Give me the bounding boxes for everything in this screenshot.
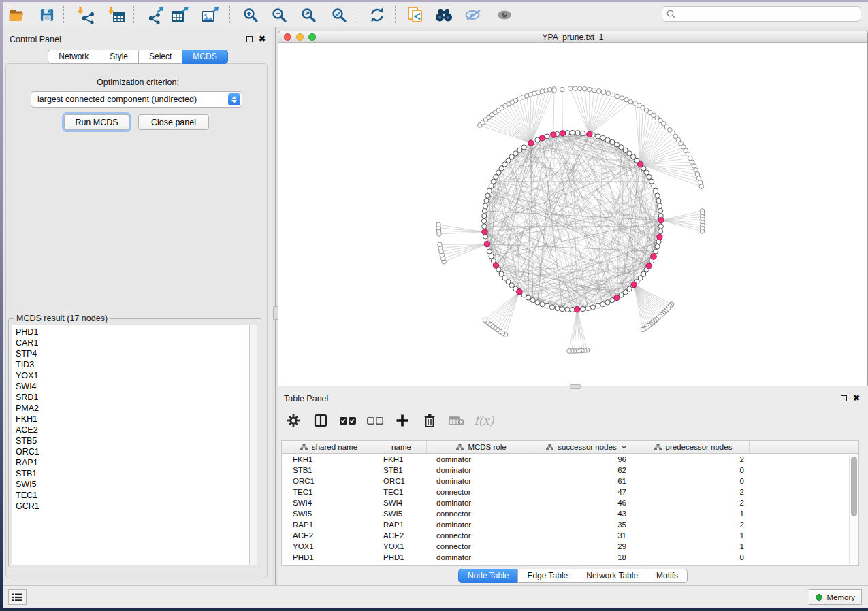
zoom-out-icon[interactable] [269,5,289,24]
add-column-icon[interactable] [393,414,411,427]
column-header-successor-nodes[interactable]: successor nodes [536,441,637,453]
table-cell: PHD1 [282,552,376,563]
table-row[interactable]: YOX1YOX1connector291 [282,541,858,552]
zoom-fit-icon[interactable] [298,5,319,24]
table-row[interactable]: TEC1TEC1connector472 [282,486,858,497]
table-cell: STB1 [376,465,427,476]
control-panel-title: Control Panel [10,35,61,44]
mcds-result-list[interactable]: PHD1CAR1STP4TID3YOX1SWI4SRD1PMA2FKH1ACE2… [12,325,249,565]
zoom-in-icon[interactable] [240,5,261,24]
column-header-shared-name[interactable]: shared name [282,441,376,453]
table-cell: dominator [427,476,536,486]
table-row[interactable]: ORC1ORC1dominator610 [282,476,858,486]
close-panel-icon[interactable]: ✖ [259,34,266,44]
mcds-result-node[interactable]: STP4 [16,348,249,359]
run-mcds-button[interactable]: Run MCDS [64,114,129,130]
column-header-name[interactable]: name [376,441,427,453]
column-header-predecessor-nodes[interactable]: predecessor nodes [637,441,750,453]
mcds-result-node[interactable]: SRD1 [16,392,249,403]
table-cell: PHD1 [376,552,427,563]
result-list-scrollbar[interactable] [249,325,257,565]
mcds-result-node[interactable]: TEC1 [16,490,249,501]
select-all-rows-icon[interactable] [339,416,357,425]
refresh-view-icon[interactable] [367,5,387,24]
desktop-background: Control Panel ✖ NetworkStyleSelectMCDS O… [0,0,868,611]
table-row[interactable]: SWI5SWI5connector431 [282,508,858,519]
memory-button[interactable]: Memory [809,589,862,605]
table-settings-icon[interactable] [285,414,302,427]
table-row[interactable]: PHD1PHD1dominator180 [282,552,858,563]
mcds-result-node[interactable]: RAP1 [16,457,249,468]
export-network-icon[interactable] [146,5,166,24]
function-builder-icon[interactable]: f(x) [475,414,493,427]
mcds-result-node[interactable]: PMA2 [16,403,249,414]
mcds-result-node[interactable]: STB1 [16,468,249,479]
table-body: FKH1FKH1dominator962STB1STB1dominator620… [282,454,858,563]
import-table-icon[interactable] [106,5,126,24]
mcds-result-node[interactable]: CAR1 [16,337,249,348]
table-row[interactable]: SWI4SWI4dominator462 [282,497,858,508]
close-table-panel-icon[interactable]: ✖ [853,393,860,403]
zoom-selected-icon[interactable] [329,5,349,24]
table-cell: connector [427,541,536,552]
table-cell: SWI5 [282,508,376,519]
mcds-result-node[interactable]: ACE2 [16,425,249,435]
clone-network-icon[interactable] [405,5,425,24]
table-cell: 1 [637,508,750,519]
horizontal-splitter-grip[interactable] [570,384,581,389]
panel-menu-button[interactable] [8,589,27,605]
table-row[interactable]: ACE2ACE2connector311 [282,530,858,541]
import-network-icon[interactable] [75,5,95,24]
close-mcds-panel-button[interactable]: Close panel [138,114,209,130]
column-header-MCDS-role[interactable]: MCDS role [427,441,536,453]
network-canvas[interactable] [278,44,867,386]
tab-select[interactable]: Select [138,50,182,64]
float-table-panel-icon[interactable] [841,395,847,401]
float-panel-icon[interactable] [246,36,253,42]
table-cell: 31 [536,530,637,541]
mcds-result-node[interactable]: PHD1 [16,327,249,337]
save-session-icon[interactable] [37,5,57,24]
criterion-dropdown[interactable]: largest connected component (undirected) [31,91,242,108]
table-cell: dominator [427,519,536,530]
mcds-result-node[interactable]: SWI5 [16,479,249,490]
table-cell: RAP1 [376,519,427,530]
mcds-result-node[interactable]: TID3 [16,359,249,370]
mcds-result-node[interactable]: ORC1 [16,446,249,457]
tab-network[interactable]: Network [48,50,99,64]
tab-motifs[interactable]: Motifs [647,569,688,583]
tab-style[interactable]: Style [99,50,139,64]
sort-chevron-icon[interactable] [621,445,627,449]
table-row[interactable]: RAP1RAP1dominator352 [282,519,858,530]
table-row[interactable]: STB1STB1dominator620 [282,465,858,476]
delete-table-icon[interactable] [448,415,466,426]
tab-edge-table[interactable]: Edge Table [517,569,577,583]
table-cell: 2 [637,519,750,530]
table-scrollbar[interactable] [849,455,858,564]
delete-column-icon[interactable] [421,413,438,428]
export-table-icon[interactable] [170,5,191,24]
table-row[interactable]: FKH1FKH1dominator962 [282,454,858,465]
optimization-criterion-label: Optimization criterion: [3,78,272,87]
search-binoculars-icon[interactable] [434,5,454,24]
export-image-icon[interactable] [200,5,221,24]
mcds-result-node[interactable]: SWI4 [16,381,249,392]
hide-graphics-details-icon[interactable] [464,5,484,24]
mcds-result-node[interactable]: YOX1 [16,370,249,381]
tab-network-table[interactable]: Network Table [577,569,647,583]
mcds-result-node[interactable]: FKH1 [16,414,249,425]
search-input[interactable] [678,10,856,19]
tab-node-table[interactable]: Node Table [458,569,519,583]
table-cell: 35 [536,519,637,530]
table-scrollbar-thumb[interactable] [851,457,857,516]
mcds-result-node[interactable]: STB5 [16,435,249,446]
deselect-all-rows-icon[interactable] [366,416,384,425]
show-columns-icon[interactable] [312,414,329,427]
open-session-icon[interactable] [7,5,27,24]
table-cell: YOX1 [376,541,427,552]
mcds-result-node[interactable]: GCR1 [16,501,249,512]
table-cell: 1 [637,541,750,552]
table-cell: 0 [637,476,750,486]
tab-mcds[interactable]: MCDS [182,50,227,64]
show-graphics-details-icon[interactable] [494,5,515,24]
